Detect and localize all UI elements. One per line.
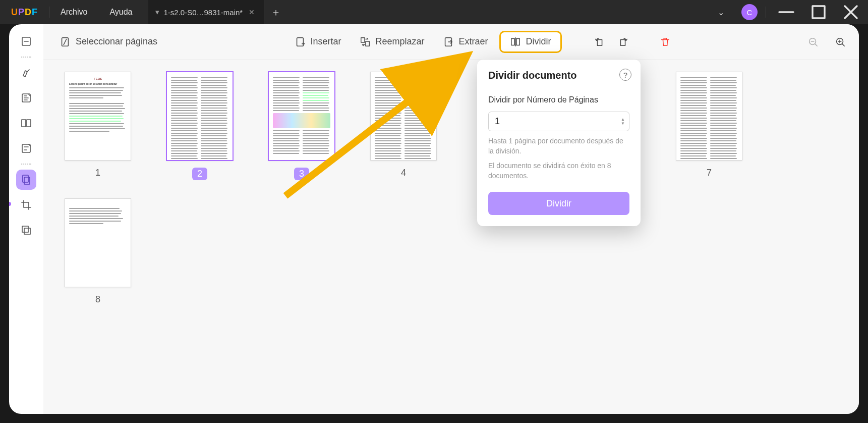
zoom-in-button[interactable] bbox=[831, 32, 850, 51]
window-close-icon[interactable] bbox=[839, 0, 863, 24]
tab-close-icon[interactable]: ✕ bbox=[247, 7, 257, 17]
select-pages-button[interactable]: Seleccionar páginas bbox=[52, 32, 164, 51]
insert-button[interactable]: Insertar bbox=[287, 32, 349, 51]
popup-split-button[interactable]: Dividir bbox=[488, 192, 629, 215]
split-popup: Dividir documento ? Dividir por Número d… bbox=[477, 60, 641, 226]
main-area: Seleccionar páginas Insertar Reemplazar … bbox=[43, 24, 859, 414]
split-button[interactable]: Dividir bbox=[499, 31, 562, 53]
tab-dropdown-icon[interactable]: ▾ bbox=[155, 8, 159, 17]
svg-rect-8 bbox=[22, 226, 28, 232]
workspace: Seleccionar páginas Insertar Reemplazar … bbox=[9, 24, 859, 414]
popup-field-label: Dividir por Número de Páginas bbox=[488, 95, 629, 104]
thumbnail-image[interactable] bbox=[166, 72, 233, 161]
user-avatar[interactable]: C bbox=[741, 4, 758, 20]
svg-rect-11 bbox=[297, 37, 303, 46]
pages-number-input-wrap: ▲▼ bbox=[488, 112, 629, 131]
svg-rect-4 bbox=[27, 120, 31, 127]
popup-hint-2: El documento se dividirá con éxito en 8 … bbox=[488, 161, 629, 181]
page-number: 7 bbox=[707, 168, 712, 178]
extract-button[interactable]: Extraer bbox=[436, 32, 495, 51]
thumbnail-image[interactable] bbox=[370, 72, 437, 161]
page-number: 1 bbox=[95, 168, 100, 178]
spinner[interactable]: ▲▼ bbox=[621, 118, 625, 126]
replace-label: Reemplazar bbox=[376, 36, 425, 47]
page-thumbnail[interactable]: FEBS Lorem ipsum dolor sit amet consecte… bbox=[52, 72, 143, 180]
tab-bar: ▾ 1-s2.0-S0…9831-main* ✕ ＋ bbox=[148, 0, 287, 24]
delete-button[interactable] bbox=[656, 32, 675, 51]
sidebar-separator bbox=[21, 57, 31, 58]
rotate-right-button[interactable] bbox=[613, 32, 632, 51]
extract-label: Extraer bbox=[459, 36, 488, 47]
split-label: Dividir bbox=[526, 36, 551, 47]
help-icon[interactable]: ? bbox=[619, 69, 631, 81]
highlight-icon[interactable] bbox=[16, 63, 36, 83]
svg-rect-9 bbox=[24, 228, 30, 234]
page-number: 2 bbox=[192, 168, 207, 180]
window-maximize-icon[interactable] bbox=[806, 0, 831, 24]
insert-label: Insertar bbox=[311, 36, 341, 47]
svg-rect-13 bbox=[365, 41, 369, 46]
page-number: 3 bbox=[294, 168, 309, 180]
titlebar: UPDF Archivo Ayuda ▾ 1-s2.0-S0…9831-main… bbox=[0, 0, 868, 24]
svg-rect-0 bbox=[813, 6, 825, 18]
chevron-down-icon[interactable]: ⌄ bbox=[714, 8, 733, 17]
pages-number-input[interactable] bbox=[495, 116, 621, 127]
form-icon[interactable] bbox=[16, 138, 36, 158]
menu-archivo[interactable]: Archivo bbox=[49, 8, 98, 17]
select-pages-label: Seleccionar páginas bbox=[76, 36, 157, 47]
reader-mode-icon[interactable] bbox=[16, 31, 36, 51]
svg-rect-17 bbox=[597, 39, 602, 45]
thumbnail-image[interactable] bbox=[65, 198, 131, 287]
new-tab-button[interactable]: ＋ bbox=[264, 0, 287, 24]
page-number: 8 bbox=[95, 294, 100, 305]
pages-toolbar: Seleccionar páginas Insertar Reemplazar … bbox=[43, 24, 859, 60]
sidebar bbox=[9, 24, 43, 414]
two-page-icon[interactable] bbox=[16, 113, 36, 133]
pages-grid[interactable]: FEBS Lorem ipsum dolor sit amet consecte… bbox=[43, 60, 859, 414]
svg-rect-5 bbox=[22, 144, 30, 152]
svg-rect-6 bbox=[23, 175, 28, 182]
popup-title: Dividir documento bbox=[488, 70, 629, 81]
sidebar-separator bbox=[21, 164, 31, 165]
tab-title: 1-s2.0-S0…9831-main* bbox=[163, 8, 243, 17]
zoom-controls bbox=[803, 32, 850, 51]
rotate-left-button[interactable] bbox=[590, 32, 609, 51]
svg-rect-16 bbox=[516, 38, 519, 45]
page-thumbnail[interactable]: 4 bbox=[358, 72, 449, 180]
divider bbox=[766, 7, 766, 18]
thumbnail-image[interactable] bbox=[676, 72, 742, 161]
sidebar-indicator bbox=[9, 202, 11, 206]
svg-rect-12 bbox=[361, 37, 364, 42]
spin-down-icon[interactable]: ▼ bbox=[621, 122, 625, 126]
crop-icon[interactable] bbox=[16, 195, 36, 215]
svg-rect-7 bbox=[24, 177, 30, 184]
page-number: 4 bbox=[401, 168, 406, 178]
page-thumbnail[interactable]: 7 bbox=[664, 72, 755, 180]
replace-button[interactable]: Reemplazar bbox=[353, 32, 432, 51]
edit-text-icon[interactable] bbox=[16, 88, 36, 108]
svg-rect-3 bbox=[22, 120, 26, 127]
page-thumbnail[interactable]: 3 bbox=[256, 72, 347, 180]
page-thumbnail[interactable]: 8 bbox=[52, 198, 143, 305]
document-tab[interactable]: ▾ 1-s2.0-S0…9831-main* ✕ bbox=[148, 0, 264, 24]
popup-hint-1: Hasta 1 página por documento después de … bbox=[488, 136, 629, 156]
thumbnail-image[interactable]: FEBS Lorem ipsum dolor sit amet consecte… bbox=[65, 72, 131, 161]
window-minimize-icon[interactable] bbox=[774, 0, 798, 24]
page-thumbnail[interactable]: 2 bbox=[154, 72, 245, 180]
zoom-out-button[interactable] bbox=[803, 32, 823, 51]
svg-rect-15 bbox=[511, 38, 514, 45]
app-logo: UPDF bbox=[0, 7, 49, 18]
menu-ayuda[interactable]: Ayuda bbox=[98, 8, 143, 17]
organize-pages-icon[interactable] bbox=[16, 170, 36, 190]
thumbnail-image[interactable] bbox=[268, 72, 335, 161]
layers-icon[interactable] bbox=[16, 220, 36, 240]
titlebar-right: ⌄ C bbox=[714, 0, 868, 24]
svg-rect-18 bbox=[620, 39, 625, 45]
